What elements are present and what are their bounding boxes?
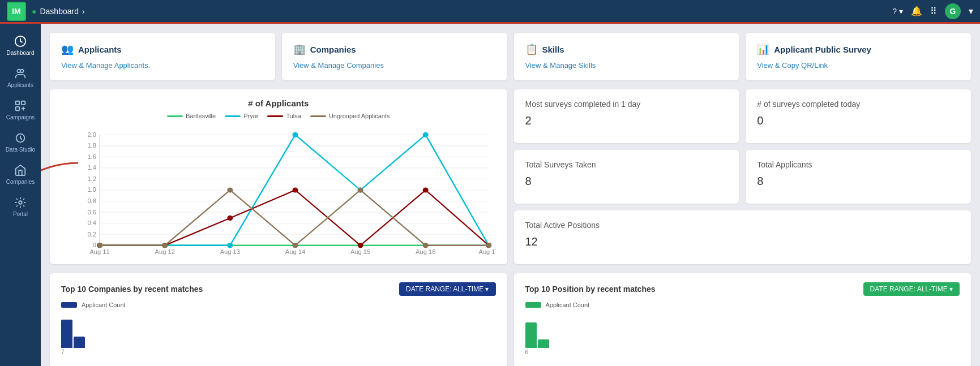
bottom-row: Top 10 Companies by recent matches DATE … <box>50 273 971 366</box>
stat-card-total-surveys: Total Surveys Taken 8 <box>514 150 739 204</box>
svg-point-7 <box>19 201 22 204</box>
applicants-icon <box>14 67 27 80</box>
mini-bar-1 <box>61 320 72 348</box>
companies-link[interactable]: View & Manage Companies <box>293 61 384 70</box>
stat-value-surveys-today: 0 <box>757 114 960 127</box>
legend-line-bartlesville <box>167 115 183 117</box>
svg-text:Aug 17: Aug 17 <box>478 248 495 255</box>
mini-bar-pos-2 <box>538 339 549 348</box>
stat-label-active-positions: Total Active Positions <box>525 221 960 230</box>
svg-text:0.4: 0.4 <box>87 219 96 226</box>
chart-card: # of Applicants Bartlesville Pryor Tulsa… <box>50 89 507 264</box>
sidebar-item-campaigns[interactable]: Campaigns <box>0 94 41 126</box>
stat-label-total-applicants: Total Applicants <box>757 160 960 169</box>
svg-text:1.8: 1.8 <box>87 143 96 149</box>
stat-label-most-surveys: Most surveys completed in 1 day <box>525 100 728 109</box>
svg-text:2.0: 2.0 <box>87 131 96 138</box>
svg-point-62 <box>227 187 233 192</box>
date-range-companies-button[interactable]: DATE RANGE: ALL-TIME ▾ <box>399 282 495 296</box>
svg-text:Aug 11: Aug 11 <box>89 248 109 255</box>
sidebar-item-data-studio[interactable]: Data Studio <box>0 126 41 158</box>
svg-text:Aug 16: Aug 16 <box>416 248 435 255</box>
mini-chart-companies: 7 <box>61 314 496 359</box>
legend-line-tulsa <box>267 115 283 117</box>
svg-point-60 <box>97 243 102 248</box>
svg-text:Aug 14: Aug 14 <box>285 248 305 255</box>
topbar: IM ● Dashboard › ? ▾ 🔔 ⠿ G ▾ <box>0 0 980 24</box>
svg-point-65 <box>423 243 429 248</box>
bottom-card-positions: Top 10 Position by recent matches DATE R… <box>514 273 972 366</box>
legend-rect-companies <box>61 302 77 308</box>
svg-text:0.8: 0.8 <box>87 197 96 204</box>
svg-point-2 <box>20 70 24 73</box>
svg-text:Aug 13: Aug 13 <box>220 248 240 255</box>
svg-text:Aug 12: Aug 12 <box>155 248 175 255</box>
avatar-caret[interactable]: ▾ <box>969 6 973 16</box>
svg-point-61 <box>162 243 168 248</box>
campaigns-icon <box>14 100 27 112</box>
survey-link[interactable]: View & Copy QR/Link <box>757 61 828 70</box>
survey-icon-card: 📊 <box>757 43 769 55</box>
chart-title: # of Applicants <box>61 98 496 108</box>
quick-card-skills: 📋 Skills View & Manage Skills <box>514 33 739 80</box>
svg-point-56 <box>293 187 298 192</box>
bottom-legend-positions: Applicant Count <box>525 302 960 308</box>
svg-point-48 <box>227 243 233 248</box>
data-studio-icon <box>14 132 27 144</box>
stat-card-total-applicants: Total Applicants 8 <box>746 150 971 204</box>
mini-chart-positions: 6 <box>525 314 960 359</box>
bell-icon[interactable]: 🔔 <box>911 6 922 16</box>
middle-row: # of Applicants Bartlesville Pryor Tulsa… <box>50 89 971 264</box>
stat-value-active-positions: 12 <box>525 235 960 248</box>
topbar-right: ? ▾ 🔔 ⠿ G ▾ <box>892 3 973 19</box>
skills-icon-card: 📋 <box>525 43 538 55</box>
stats-grid: Most surveys completed in 1 day 2 # of s… <box>514 89 972 264</box>
sidebar-item-applicants[interactable]: Applicants <box>0 62 41 94</box>
svg-point-51 <box>423 132 429 137</box>
svg-point-55 <box>227 216 233 221</box>
stat-label-total-surveys: Total Surveys Taken <box>525 160 728 169</box>
skills-link[interactable]: View & Manage Skills <box>525 61 596 70</box>
stat-label-surveys-today: # of surveys completed today <box>757 100 960 109</box>
companies-icon <box>14 164 27 176</box>
mini-bars-positions <box>525 314 960 348</box>
legend-line-ungrouped <box>310 115 326 117</box>
applicants-link[interactable]: View & Manage Applicants. <box>61 61 150 70</box>
quick-card-companies: 🏢 Companies View & Manage Companies <box>282 33 507 80</box>
svg-point-49 <box>293 132 298 137</box>
legend-rect-positions <box>525 302 541 308</box>
stat-card-active-positions: Total Active Positions 12 <box>514 210 972 264</box>
bottom-card-positions-title: Top 10 Position by recent matches <box>525 285 656 294</box>
logo[interactable]: IM <box>7 2 26 21</box>
svg-point-63 <box>293 243 298 248</box>
help-button[interactable]: ? ▾ <box>892 7 903 16</box>
breadcrumb-sep: › <box>82 7 85 16</box>
quick-card-applicants: 👥 Applicants View & Manage Applicants. <box>50 33 275 80</box>
svg-point-58 <box>423 187 429 192</box>
chart-legend: Bartlesville Pryor Tulsa Ungrouped Appli… <box>61 113 496 119</box>
mini-bar-2 <box>74 337 85 348</box>
applicants-icon-card: 👥 <box>61 43 74 55</box>
sidebar-item-portal[interactable]: Portal <box>0 191 41 223</box>
svg-text:Aug 15: Aug 15 <box>350 248 370 255</box>
stat-value-most-surveys: 2 <box>525 114 728 127</box>
stat-card-most-surveys: Most surveys completed in 1 day 2 <box>514 89 739 143</box>
mini-bars-companies <box>61 314 496 348</box>
svg-text:1.0: 1.0 <box>87 187 96 193</box>
bottom-x-label-7: 7 <box>61 349 496 355</box>
sidebar-item-companies[interactable]: Companies <box>0 158 41 191</box>
avatar[interactable]: G <box>945 3 961 19</box>
dashboard-dot: ● <box>32 7 36 16</box>
bottom-card-companies-title: Top 10 Companies by recent matches <box>61 285 203 294</box>
svg-text:0.6: 0.6 <box>87 209 96 216</box>
stat-card-surveys-today: # of surveys completed today 0 <box>746 89 971 143</box>
date-range-positions-button[interactable]: DATE RANGE: ALL-TIME ▾ <box>863 282 960 296</box>
svg-text:1.6: 1.6 <box>87 153 96 160</box>
grid-icon[interactable]: ⠿ <box>930 6 937 16</box>
quick-card-survey: 📊 Applicant Public Survey View & Copy QR… <box>746 33 971 80</box>
bottom-x-label-6: 6 <box>525 349 960 355</box>
bottom-card-companies-header: Top 10 Companies by recent matches DATE … <box>61 282 496 296</box>
sidebar-item-dashboard[interactable]: Dashboard <box>0 29 41 62</box>
svg-text:1.4: 1.4 <box>87 165 96 171</box>
portal-icon <box>14 196 27 209</box>
